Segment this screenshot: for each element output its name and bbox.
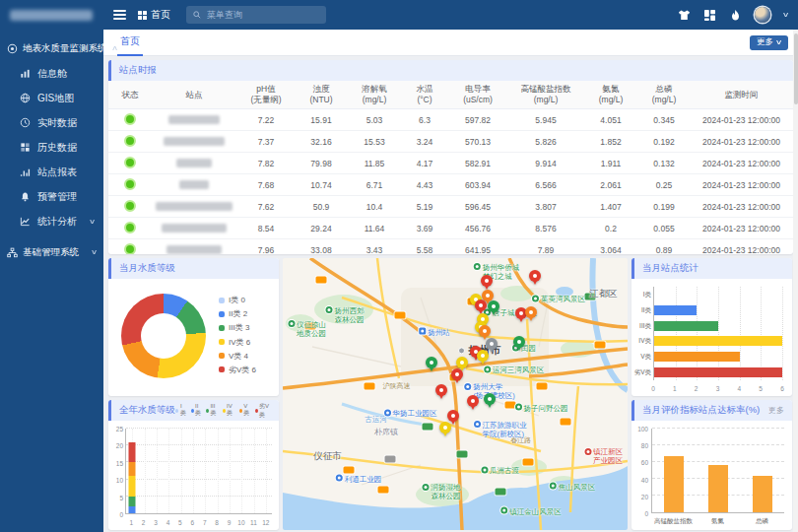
menu-search-box[interactable]: [186, 6, 326, 24]
map-marker-green[interactable]: [488, 300, 499, 316]
table-column-header: 溶解氧(mg/L): [347, 81, 402, 109]
month-rate-chart: 020406080100高锰酸盐指数氨氮总磷: [632, 421, 792, 528]
topbar-home-label: 首页: [151, 8, 170, 22]
user-avatar[interactable]: [755, 7, 770, 23]
sidebar: 地表水质量监测系统 ∧ 信息舱GIS地图实时数据历史数据站点报表预警管理统计分析…: [0, 0, 103, 532]
status-cell: [108, 239, 152, 254]
map-marker-red[interactable]: [481, 275, 493, 291]
legend-item[interactable]: III类: [206, 403, 219, 418]
category-label: 总磷: [756, 517, 768, 526]
map-marker-orange[interactable]: [525, 306, 537, 322]
bar: [654, 321, 718, 331]
sidebar-item-report[interactable]: 站点报表: [0, 160, 103, 184]
station-name-redacted: [179, 180, 209, 189]
map-marker-red[interactable]: [467, 395, 479, 411]
menu-search-input[interactable]: [205, 9, 319, 21]
time-cell: 2024-01-23 12:00:00: [690, 218, 793, 239]
sidebar-item-history[interactable]: 历史数据: [0, 135, 103, 160]
legend-item[interactable]: V类 4: [219, 351, 256, 362]
map-marker-red[interactable]: [435, 384, 447, 400]
category-label: 氨氮: [711, 517, 724, 526]
value-cell: 0.345: [638, 109, 690, 131]
legend-item[interactable]: IV类: [223, 403, 235, 418]
gridline: [697, 287, 698, 380]
value-cell: 603.94: [447, 174, 508, 196]
gridline: [218, 429, 219, 513]
rate-more-link[interactable]: 更多: [768, 405, 784, 416]
poi-blue-poi-icon: [384, 409, 391, 416]
value-cell: 32.16: [296, 131, 347, 153]
poi-green-poi-icon: [550, 483, 557, 490]
hamburger-menu-icon[interactable]: [113, 10, 126, 20]
sidebar-nav: 地表水质量监测系统 ∧ 信息舱GIS地图实时数据历史数据站点报表预警管理统计分析…: [0, 35, 103, 265]
station-hourly-report-panel: 站点时报 状态站点pH值(无量纲)浊度(NTU)溶解氧(mg/L)水温(°C)电…: [108, 60, 793, 254]
marker-tail: [429, 366, 434, 374]
value-cell: 15.53: [347, 131, 402, 153]
sidebar-group-surface-water-system[interactable]: 地表水质量监测系统 ∧: [0, 35, 103, 61]
donut-legend: I类 0II类 2III类 3IV类 6V类 4劣V类 6: [219, 295, 256, 375]
x-tick-label: 5: [759, 385, 763, 392]
value-cell: 4.17: [402, 153, 447, 174]
bar-row: [654, 321, 782, 331]
station-cell: [152, 196, 236, 218]
legend-label: V类: [243, 403, 250, 418]
map-label-text: 仪征市: [313, 451, 342, 462]
legend-item[interactable]: III类 3: [219, 322, 256, 333]
map-marker-green[interactable]: [426, 357, 437, 372]
gridline: [157, 429, 158, 513]
map-marker-yellow[interactable]: [477, 350, 489, 366]
legend-item[interactable]: I类: [175, 403, 187, 418]
table-column-header: 浊度(NTU): [296, 81, 347, 109]
sidebar-item-alert[interactable]: 预警管理: [0, 184, 103, 209]
more-button[interactable]: 更多 ∨: [750, 35, 788, 50]
legend-item[interactable]: 劣V类 6: [219, 365, 256, 375]
poi-blue-poi-icon: [474, 421, 481, 428]
map-label: 扬子问野公园: [515, 403, 568, 412]
tab-home[interactable]: 首页: [117, 30, 143, 56]
category-label: 高锰酸盐指数: [654, 517, 693, 526]
topbar-home-link[interactable]: 首页: [138, 8, 170, 22]
legend-item[interactable]: II类 2: [219, 308, 256, 319]
stations-map[interactable]: 扬州市江都区仪征市朴席镇古运河沪陕高速春江路扬州站运河三湾风景区闰园扬州大学(扬…: [283, 258, 628, 530]
map-marker-red[interactable]: [529, 270, 541, 286]
flame-icon[interactable]: [729, 9, 742, 22]
sidebar-item-label: 统计分析: [37, 215, 77, 229]
table-column-header: 状态: [108, 81, 152, 109]
value-cell: 570.13: [447, 131, 508, 153]
value-cell: 5.58: [402, 239, 447, 254]
map-marker-yellow[interactable]: [439, 422, 451, 437]
station-table-header-row: 状态站点pH值(无量纲)浊度(NTU)溶解氧(mg/L)水温(°C)电导率(uS…: [108, 81, 793, 109]
marker-hole: [479, 303, 483, 307]
sidebar-item-dashboard[interactable]: 信息舱: [0, 61, 103, 86]
map-label-text: 运河三湾风景区: [493, 366, 545, 374]
sidebar-item-stats[interactable]: 统计分析∨: [0, 209, 103, 233]
map-marker-green[interactable]: [484, 393, 496, 409]
marker-hole: [471, 399, 475, 403]
sidebar-item-realtime[interactable]: 实时数据: [0, 110, 103, 135]
legend-item[interactable]: II类: [191, 403, 203, 418]
sidebar-group-base-management[interactable]: 基础管理系统 ∨: [0, 239, 103, 265]
legend-item[interactable]: V类: [239, 403, 251, 418]
marker-hole: [519, 311, 523, 315]
column-unit: (mg/L): [583, 95, 638, 105]
map-marker-red[interactable]: [451, 368, 463, 384]
stacked-bar-segment: [129, 462, 136, 476]
marker-tail: [518, 316, 524, 325]
layout-icon[interactable]: [703, 9, 716, 22]
scrollbar-thumb[interactable]: [794, 33, 798, 104]
y-tick-label: 15: [110, 459, 123, 466]
marker-hole: [455, 372, 459, 376]
value-cell: 7.82: [236, 153, 296, 174]
legend-item[interactable]: I类 0: [219, 295, 256, 305]
legend-item[interactable]: 劣V类: [255, 402, 271, 420]
sidebar-item-map[interactable]: GIS地图: [0, 86, 103, 110]
bar: [708, 465, 728, 512]
legend-item[interactable]: IV类 6: [219, 337, 256, 348]
theme-shirt-icon[interactable]: [678, 9, 691, 22]
user-menu-chevron-down-icon[interactable]: ∨: [782, 11, 790, 19]
value-cell: 582.91: [447, 153, 508, 174]
marker-tail: [532, 279, 538, 288]
map-marker-green[interactable]: [513, 336, 525, 352]
value-cell: 29.24: [296, 218, 347, 239]
road-shield: [561, 418, 571, 425]
